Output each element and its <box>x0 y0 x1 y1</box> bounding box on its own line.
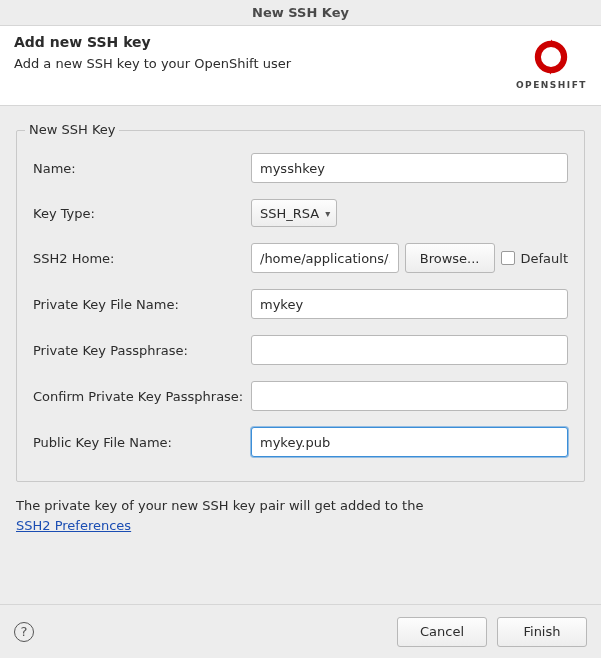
privkeyfile-input[interactable] <box>251 289 568 319</box>
openshift-icon <box>527 36 575 78</box>
cancel-button[interactable]: Cancel <box>397 617 487 647</box>
header-subtitle: Add a new SSH key to your OpenShift user <box>14 56 587 71</box>
dialog-header: Add new SSH key Add a new SSH key to you… <box>0 26 601 106</box>
default-label: Default <box>521 251 569 266</box>
openshift-logo-text: OPENSHIFT <box>516 80 587 90</box>
note-text: The private key of your new SSH key pair… <box>16 498 423 513</box>
dialog-footer: ? Cancel Finish <box>0 604 601 658</box>
keytype-select[interactable]: SSH_RSA ▾ <box>251 199 337 227</box>
group-legend: New SSH Key <box>25 122 119 137</box>
confirmpass-input[interactable] <box>251 381 568 411</box>
new-ssh-key-group: New SSH Key Name: Key Type: SSH_RSA ▾ SS… <box>16 130 585 482</box>
name-input[interactable] <box>251 153 568 183</box>
privkeyfile-label: Private Key File Name: <box>33 297 251 312</box>
name-label: Name: <box>33 161 251 176</box>
footer-note: The private key of your new SSH key pair… <box>16 496 585 535</box>
ssh2home-label: SSH2 Home: <box>33 251 251 266</box>
openshift-logo: OPENSHIFT <box>516 36 587 90</box>
finish-button[interactable]: Finish <box>497 617 587 647</box>
window-title: New SSH Key <box>0 0 601 26</box>
privpass-input[interactable] <box>251 335 568 365</box>
browse-button[interactable]: Browse... <box>405 243 495 273</box>
header-title: Add new SSH key <box>14 34 587 50</box>
keytype-label: Key Type: <box>33 206 251 221</box>
ssh2home-input[interactable] <box>251 243 399 273</box>
default-checkbox[interactable] <box>501 251 515 265</box>
chevron-down-icon: ▾ <box>325 208 330 219</box>
pubkeyfile-input[interactable] <box>251 427 568 457</box>
confirmpass-label: Confirm Private Key Passphrase: <box>33 389 251 404</box>
help-icon[interactable]: ? <box>14 622 34 642</box>
ssh2-preferences-link[interactable]: SSH2 Preferences <box>16 518 131 533</box>
privpass-label: Private Key Passphrase: <box>33 343 251 358</box>
keytype-value: SSH_RSA <box>260 206 319 221</box>
svg-point-0 <box>538 44 564 70</box>
pubkeyfile-label: Public Key File Name: <box>33 435 251 450</box>
